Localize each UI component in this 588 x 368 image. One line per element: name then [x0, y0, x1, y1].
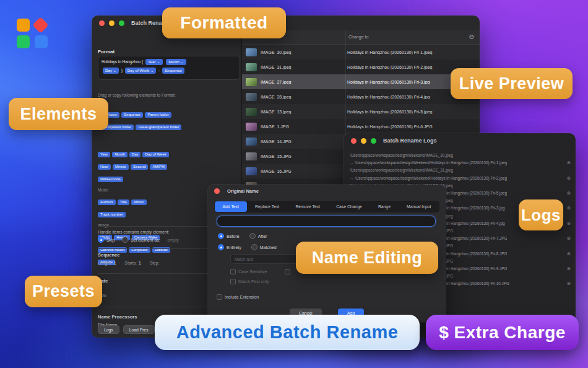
revert-icon[interactable]: ⊗	[567, 204, 571, 212]
app-logo[interactable]	[17, 19, 48, 50]
log-original-path: /Users/qspace/workspace/design/Weekend/I…	[350, 152, 571, 159]
callout-live-preview: Live Preview	[451, 68, 573, 99]
file-thumbnail	[246, 123, 257, 131]
format-token-month[interactable]: Month⌄	[166, 59, 186, 65]
element-chip-minute[interactable]: Minute	[113, 164, 129, 170]
entirety-label: Entirety	[227, 245, 241, 250]
element-chip-latitude[interactable]: Latitude	[152, 247, 170, 253]
file-name: IMAGE_1.JPG	[261, 125, 340, 129]
tab-remove-text[interactable]: Remove Text	[288, 201, 328, 212]
format-literal-dash: -	[158, 68, 160, 72]
element-chip-title[interactable]: Title	[118, 199, 129, 205]
tab-replace-text[interactable]: Replace Text	[248, 201, 287, 212]
tab-add-text[interactable]: Add Text	[215, 201, 247, 212]
dialog-titlebar: Original Name	[208, 185, 446, 197]
skip-radio[interactable]	[98, 237, 104, 243]
chip-row: Milliseconds	[98, 172, 238, 183]
name-processors-header: Name Processors	[98, 314, 137, 320]
before-radio[interactable]	[218, 233, 224, 239]
revert-icon[interactable]: ⊗	[567, 235, 571, 242]
tab-range[interactable]: Range	[370, 201, 398, 212]
matched-radio[interactable]	[251, 244, 257, 250]
revert-icon[interactable]: ⊗	[567, 220, 571, 227]
element-chip-hour[interactable]: Hour	[98, 164, 111, 170]
revert-icon[interactable]: ⊗	[567, 250, 571, 258]
starts-value[interactable]: 1	[139, 261, 141, 265]
element-chip-am-pm[interactable]: AM/PM	[150, 164, 167, 170]
zoom-button[interactable]	[371, 138, 376, 144]
format-token-day[interactable]: Day⌄	[103, 68, 119, 74]
add-text-input[interactable]	[217, 216, 436, 227]
callout-logs: Logs	[519, 199, 563, 230]
format-token-day-of-week[interactable]: Day of Week⌄	[125, 68, 156, 74]
format-input[interactable]: Holidays in Hangzhou ( Year⌄ Month⌄ Day⌄…	[98, 56, 240, 80]
length-value[interactable]: 1	[114, 261, 116, 265]
set-element-radio[interactable]	[122, 237, 128, 243]
tab-manual-input[interactable]: Manual Input	[399, 201, 439, 212]
element-chip-album[interactable]: Album	[131, 199, 147, 205]
tab-case-change[interactable]: Case Change	[329, 201, 370, 212]
close-button[interactable]	[99, 20, 105, 26]
element-chip-track-number[interactable]: Track number	[98, 212, 126, 217]
table-row[interactable]: IMAGE_30.jpegHolidays in Hangzhou (20260…	[242, 45, 480, 59]
empty-handling-options: Skip Set element as: empty	[98, 237, 179, 243]
load-preset-button[interactable]: Load Pres	[123, 325, 155, 334]
revert-icon[interactable]: ⊗	[567, 265, 571, 273]
table-row[interactable]: IMAGE_28.jpegHolidays in Hangzhou (20260…	[242, 89, 480, 104]
close-button[interactable]	[214, 188, 220, 194]
after-radio[interactable]	[249, 233, 256, 239]
file-thumbnail	[246, 78, 257, 86]
revert-icon[interactable]: ⊗	[567, 159, 571, 167]
close-button[interactable]	[351, 138, 357, 144]
zoom-button[interactable]	[119, 20, 124, 26]
element-chip-authors[interactable]: Authors	[98, 199, 116, 205]
format-token-sequence[interactable]: Sequence	[162, 68, 184, 74]
revert-icon[interactable]: ⊗	[567, 175, 571, 182]
table-row[interactable]: IMAGE_1.JPGHolidays in Hangzhou (2026013…	[242, 119, 480, 134]
file-thumbnail	[246, 152, 257, 160]
element-chip-month[interactable]: Month	[112, 152, 128, 157]
file-change-to: Holidays in Hangzhou (20260130) Fri-6.JP…	[340, 125, 476, 129]
format-token-year[interactable]: Year⌄	[145, 59, 163, 65]
element-chip-sequence[interactable]: Sequence	[121, 112, 143, 118]
element-chip-day[interactable]: Day	[129, 152, 141, 157]
logo-green-square	[17, 35, 30, 48]
revert-icon[interactable]: ⊗	[567, 190, 571, 197]
logo-red-diamond	[32, 17, 49, 33]
file-name: IMAGE_14.JPG	[261, 139, 340, 144]
table-row[interactable]: IMAGE_31.jpegHolidays in Hangzhou (20260…	[242, 59, 480, 74]
match-first-checkbox[interactable]	[230, 279, 236, 284]
element-chip-milliseconds[interactable]: Milliseconds	[98, 177, 123, 182]
column-header-change-to[interactable]: Change to	[348, 35, 368, 39]
before-label: Before	[227, 234, 240, 239]
minimize-button[interactable]	[109, 20, 115, 26]
chip-row: File NameSequenceParent folder	[98, 107, 238, 118]
element-chip-parent-folder[interactable]: Parent folder	[145, 112, 171, 118]
matched-label: Matched	[260, 245, 277, 250]
file-thumbnail	[246, 167, 257, 175]
case-sensitive-checkbox[interactable]	[230, 269, 236, 274]
set-element-value[interactable]: empty	[167, 238, 179, 242]
occluded-checkbox[interactable]	[285, 269, 290, 274]
element-chip-great-grandparent-folder[interactable]: Great-grandparent folder	[136, 125, 181, 130]
logs-button[interactable]: Logs	[98, 325, 119, 334]
file-change-to: Holidays in Hangzhou (20260130) Fri-5.jp…	[340, 110, 476, 114]
file-thumbnail	[246, 138, 257, 146]
element-chip-second[interactable]: Second	[131, 164, 148, 170]
revert-icon[interactable]: ⊗	[567, 280, 571, 287]
logs-window-title: Batch Rename Logs	[383, 138, 437, 144]
include-extension-checkbox[interactable]	[217, 294, 222, 300]
element-chip-longitude[interactable]: Longitude	[129, 247, 150, 253]
element-chip-year[interactable]: Year	[98, 152, 110, 157]
minus-circle-icon[interactable]: ⊖	[469, 33, 474, 40]
table-row[interactable]: IMAGE_13.jpegHolidays in Hangzhou (20260…	[242, 104, 480, 119]
callout-presets: Presets	[25, 276, 102, 307]
file-change-to: Holidays in Hangzhou (20260130) Fri-1.jp…	[340, 50, 476, 55]
element-chip-day-of-week[interactable]: Day of Week	[142, 152, 168, 157]
case-sensitive-label: Case Sensitive	[238, 269, 267, 274]
case-sensitive-option: Case Sensitive	[230, 269, 267, 274]
minimize-button[interactable]	[361, 138, 366, 144]
entirety-radio[interactable]	[218, 244, 224, 250]
log-renamed-path: → /Users/qspace/workspace/design/Weekend…	[350, 159, 571, 167]
table-row[interactable]: IMAGE_27.jpegHolidays in Hangzhou (20260…	[242, 74, 480, 89]
